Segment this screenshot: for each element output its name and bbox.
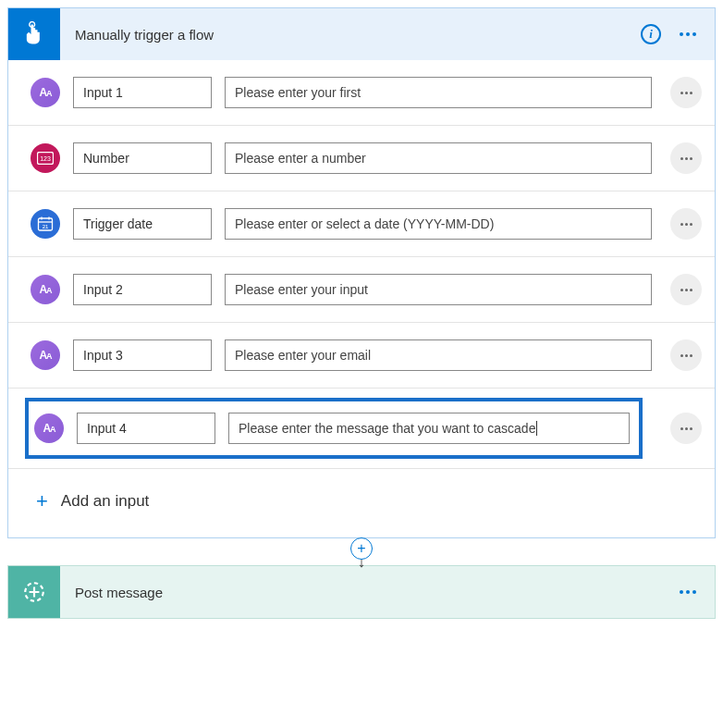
action-title: Post message xyxy=(60,585,672,600)
plus-icon: + xyxy=(36,489,48,513)
input-description-field[interactable]: Please enter your first xyxy=(225,77,652,108)
input-row-menu-button[interactable] xyxy=(670,413,702,444)
trigger-header[interactable]: Manually trigger a flow i xyxy=(8,8,715,60)
input-description-field[interactable]: Please enter or select a date (YYYY-MM-D… xyxy=(225,208,652,240)
input-row-menu-button[interactable] xyxy=(670,208,702,240)
input-description-field[interactable]: Please enter the message that you want t… xyxy=(228,413,630,444)
input-description-field[interactable]: Please enter your input xyxy=(225,274,652,305)
input-description-field[interactable]: Please enter a number xyxy=(225,142,652,174)
svg-text:123: 123 xyxy=(40,155,51,162)
add-input-label: Add an input xyxy=(61,492,149,511)
manual-trigger-icon xyxy=(8,8,60,60)
input-row-menu-button[interactable] xyxy=(670,142,702,174)
date-type-icon: 21 xyxy=(31,209,60,239)
number-type-icon: 123 xyxy=(31,143,60,173)
input-name-field[interactable]: Input 4 xyxy=(77,413,215,444)
input-name-field[interactable]: Input 3 xyxy=(73,339,212,371)
text-type-icon: AA xyxy=(31,275,60,304)
input-row: AAInput 4Please enter the message that y… xyxy=(8,389,715,469)
teams-icon xyxy=(8,566,60,618)
input-name-field[interactable]: Number xyxy=(73,142,212,174)
input-name-field[interactable]: Trigger date xyxy=(73,208,212,240)
input-name-field[interactable]: Input 2 xyxy=(73,274,212,305)
action-menu-button[interactable] xyxy=(672,583,704,601)
input-row: AAInput 2Please enter your input xyxy=(8,257,715,323)
input-name-field[interactable]: Input 1 xyxy=(73,77,212,108)
add-step-button[interactable]: + xyxy=(350,537,373,560)
trigger-card: Manually trigger a flow i AAInput 1Pleas… xyxy=(7,7,716,538)
input-row: 21Trigger datePlease enter or select a d… xyxy=(8,191,715,257)
input-row-menu-button[interactable] xyxy=(670,77,702,108)
input-row: 123NumberPlease enter a number xyxy=(8,126,715,191)
input-description-field[interactable]: Please enter your email xyxy=(225,339,652,371)
highlighted-input-wrapper: AAInput 4Please enter the message that y… xyxy=(25,398,643,459)
input-row-menu-button[interactable] xyxy=(670,274,702,305)
info-icon[interactable]: i xyxy=(641,24,661,44)
action-card: Post message xyxy=(7,565,716,619)
trigger-title: Manually trigger a flow xyxy=(60,27,641,43)
inputs-list: AAInput 1Please enter your first123Numbe… xyxy=(8,60,715,469)
text-type-icon: AA xyxy=(31,78,60,107)
flow-connector: + ↓ xyxy=(0,537,723,565)
input-row: AAInput 1Please enter your first xyxy=(8,60,715,126)
add-input-button[interactable]: + Add an input xyxy=(8,469,715,537)
text-type-icon: AA xyxy=(31,340,60,370)
trigger-menu-button[interactable] xyxy=(672,25,704,43)
action-header[interactable]: Post message xyxy=(8,566,715,618)
input-row-menu-button[interactable] xyxy=(670,339,702,371)
text-type-icon: AA xyxy=(34,413,64,443)
svg-text:21: 21 xyxy=(43,224,49,229)
input-row: AAInput 3Please enter your email xyxy=(8,323,715,389)
